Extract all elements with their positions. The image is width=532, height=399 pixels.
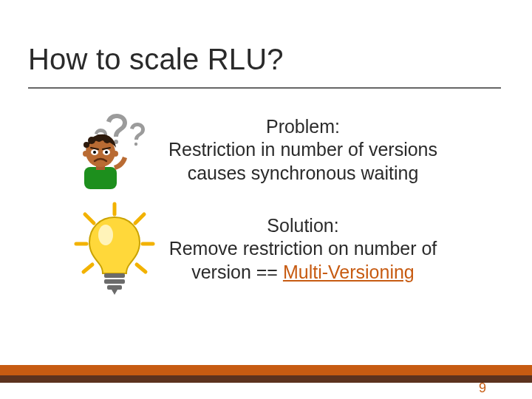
svg-rect-25 [104,279,125,284]
problem-line1: Restriction in number of versions [163,138,443,161]
svg-point-10 [83,151,89,157]
svg-rect-3 [84,167,117,189]
svg-point-9 [103,136,111,143]
svg-line-21 [83,265,92,272]
page-number: 9 [479,381,486,396]
problem-row: Problem: Restriction in number of versio… [66,109,443,191]
svg-point-23 [98,225,113,245]
solution-highlight: Multi-Versioning [283,262,415,282]
svg-line-17 [85,214,94,223]
svg-rect-24 [104,273,125,278]
solution-text: Solution: Remove restriction on number o… [163,214,443,284]
slide-title: How to scale RLU? [28,43,284,76]
svg-line-18 [135,214,144,223]
svg-point-6 [83,142,89,148]
problem-line2: causes synchronous waiting [163,162,443,185]
svg-point-1 [134,143,137,146]
solution-line1: Remove restriction on number of [163,237,443,260]
svg-line-22 [137,265,146,272]
svg-point-11 [112,151,118,157]
svg-point-15 [105,151,108,154]
slide: How to scale RLU? [0,0,532,399]
lightbulb-icon [66,208,163,290]
footer-accent-bar [0,365,532,375]
solution-line2-prefix: version == [191,262,283,282]
problem-text: Problem: Restriction in number of versio… [163,115,443,185]
solution-line2: version == Multi-Versioning [163,261,443,284]
footer-shadow-bar [0,375,532,383]
svg-rect-26 [107,285,122,290]
svg-point-7 [88,137,95,144]
svg-point-14 [93,151,96,154]
solution-heading: Solution: [163,214,443,237]
problem-heading: Problem: [163,115,443,138]
svg-point-8 [95,134,103,142]
confused-person-icon [66,109,163,191]
solution-row: Solution: Remove restriction on number o… [66,208,443,290]
title-divider [28,87,501,89]
